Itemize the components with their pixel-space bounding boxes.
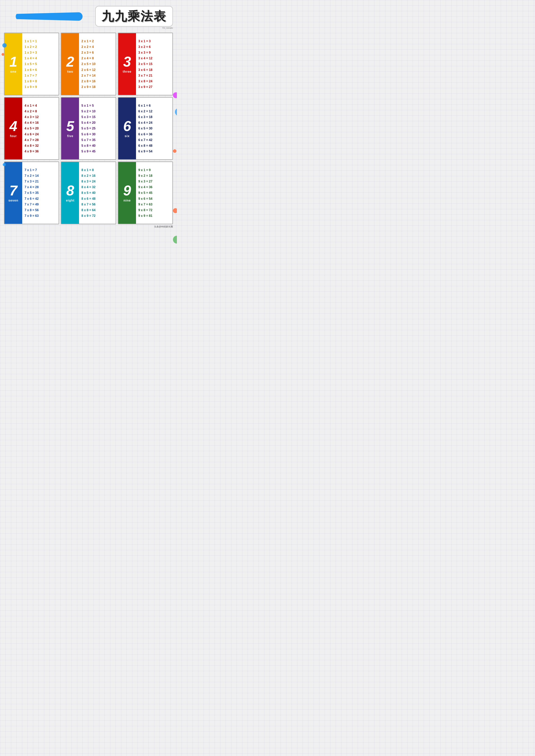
number-panel-4: 4four xyxy=(5,97,22,159)
equation-6-7: 6 x 7 = 42 xyxy=(138,137,170,143)
word-label-2: two xyxy=(67,70,73,73)
equation-3-8: 3 x 8 = 24 xyxy=(138,79,170,84)
equation-5-2: 5 x 2 = 10 xyxy=(81,109,113,114)
equation-1-3: 1 x 3 = 3 xyxy=(25,50,57,55)
equation-2-2: 2 x 2 = 4 xyxy=(81,44,113,49)
equation-3-6: 3 x 6 = 18 xyxy=(138,67,170,72)
equation-9-4: 9 x 4 = 36 xyxy=(138,184,170,190)
equation-5-4: 5 x 4 = 20 xyxy=(81,120,113,125)
equation-1-7: 1 x 7 = 7 xyxy=(25,73,57,78)
equation-3-3: 3 x 3 = 9 xyxy=(138,50,170,55)
equation-7-8: 7 x 8 = 56 xyxy=(25,207,57,213)
equation-2-5: 2 x 5 = 10 xyxy=(81,61,113,67)
equation-8-1: 8 x 1 = 8 xyxy=(81,167,113,173)
equations-panel-9: 9 x 1 = 99 x 2 = 189 x 3 = 279 x 4 = 369… xyxy=(136,162,172,224)
equation-4-5: 4 x 5 = 20 xyxy=(25,126,57,131)
equation-8-2: 8 x 2 = 16 xyxy=(81,173,113,178)
equation-7-1: 7 x 1 = 7 xyxy=(25,167,57,173)
equation-4-1: 4 x 1 = 4 xyxy=(25,103,57,108)
big-number-2: 2 xyxy=(66,55,74,69)
number-panel-8: 8eight xyxy=(61,162,79,224)
table-card-6: 6six6 x 1 = 66 x 2 = 126 x 3 = 186 x 4 =… xyxy=(118,97,173,160)
deco-circle-7 xyxy=(173,236,177,244)
equations-panel-1: 1 x 1 = 11 x 2 = 21 x 3 = 31 x 4 = 41 x … xyxy=(22,33,59,95)
equation-6-9: 6 x 9 = 54 xyxy=(138,149,170,154)
equation-8-7: 8 x 7 = 56 xyxy=(81,202,113,207)
multiplication-grid: 1one1 x 1 = 11 x 2 = 21 x 3 = 31 x 4 = 4… xyxy=(4,33,173,224)
big-number-7: 7 xyxy=(10,183,17,198)
equation-3-2: 3 x 2 = 6 xyxy=(138,44,170,49)
equation-6-3: 6 x 3 = 18 xyxy=(138,114,170,120)
equation-7-7: 7 x 7 = 49 xyxy=(25,202,57,207)
table-card-9: 9nine9 x 1 = 99 x 2 = 189 x 3 = 279 x 4 … xyxy=(118,161,173,224)
equation-6-1: 6 x 1 = 6 xyxy=(138,103,170,108)
number-panel-3: 3three xyxy=(118,33,136,95)
equation-6-8: 6 x 8 = 48 xyxy=(138,143,170,148)
word-label-3: three xyxy=(123,70,131,73)
number-panel-9: 9nine xyxy=(118,162,136,224)
header: 九九乘法表 Yin_tomato xyxy=(4,4,173,29)
number-panel-2: 2two xyxy=(61,33,79,95)
table-card-3: 3three3 x 1 = 33 x 2 = 63 x 3 = 93 x 4 =… xyxy=(118,33,173,95)
equation-2-7: 2 x 7 = 14 xyxy=(81,73,113,78)
number-panel-6: 6six xyxy=(118,97,136,159)
equation-1-5: 1 x 5 = 5 xyxy=(25,61,57,67)
equation-4-3: 4 x 3 = 12 xyxy=(25,114,57,120)
equation-8-9: 8 x 9 = 72 xyxy=(81,213,113,218)
deco-circle-4 xyxy=(173,149,177,153)
big-number-9: 9 xyxy=(123,183,131,198)
equation-3-7: 3 x 7 = 21 xyxy=(138,73,170,78)
equation-9-3: 9 x 3 = 27 xyxy=(138,179,170,184)
word-label-6: six xyxy=(125,134,129,138)
equations-panel-8: 8 x 1 = 88 x 2 = 168 x 3 = 248 x 4 = 328… xyxy=(79,162,115,224)
equation-7-9: 7 x 9 = 63 xyxy=(25,213,57,218)
equation-2-1: 2 x 1 = 2 xyxy=(81,39,113,44)
equation-4-9: 4 x 9 = 36 xyxy=(25,149,57,154)
equation-3-1: 3 x 1 = 3 xyxy=(138,39,170,44)
deco-circle-6 xyxy=(173,208,177,213)
equation-5-5: 5 x 5 = 25 xyxy=(81,126,113,131)
equation-3-9: 3 x 9 = 27 xyxy=(138,84,170,90)
equation-8-6: 8 x 6 = 48 xyxy=(81,196,113,201)
equation-6-5: 6 x 5 = 30 xyxy=(138,126,170,131)
equation-5-1: 5 x 1 = 5 xyxy=(81,103,113,108)
equation-7-3: 7 x 3 = 21 xyxy=(25,179,57,184)
equation-5-6: 5 x 6 = 30 xyxy=(81,132,113,137)
table-card-7: 7seven7 x 1 = 77 x 2 = 147 x 3 = 217 x 4… xyxy=(4,161,59,224)
blue-brush-decoration xyxy=(16,12,83,21)
equation-2-3: 2 x 3 = 6 xyxy=(81,50,113,55)
equation-2-6: 2 x 6 = 12 xyxy=(81,67,113,72)
equation-8-4: 8 x 4 = 32 xyxy=(81,184,113,190)
equation-4-8: 4 x 8 = 32 xyxy=(25,143,57,148)
word-label-9: nine xyxy=(124,199,131,202)
equation-1-1: 1 x 1 = 1 xyxy=(25,39,57,44)
equation-1-8: 1 x 8 = 8 xyxy=(25,79,57,84)
word-label-5: five xyxy=(67,134,73,138)
word-label-4: four xyxy=(10,134,17,138)
equation-9-7: 9 x 7 = 63 xyxy=(138,202,170,207)
equations-panel-2: 2 x 1 = 22 x 2 = 42 x 3 = 62 x 4 = 82 x … xyxy=(79,33,115,95)
equation-6-4: 6 x 4 = 24 xyxy=(138,120,170,125)
table-card-8: 8eight8 x 1 = 88 x 2 = 168 x 3 = 248 x 4… xyxy=(61,161,116,224)
equations-panel-7: 7 x 1 = 77 x 2 = 147 x 3 = 217 x 4 = 287… xyxy=(22,162,59,224)
equations-panel-5: 5 x 1 = 55 x 2 = 105 x 3 = 155 x 4 = 205… xyxy=(79,97,115,159)
equation-1-4: 1 x 4 = 4 xyxy=(25,56,57,61)
equation-4-7: 4 x 7 = 28 xyxy=(25,137,57,143)
equation-6-6: 6 x 6 = 36 xyxy=(138,132,170,137)
equation-5-9: 5 x 9 = 45 xyxy=(81,149,113,154)
word-label-1: one xyxy=(10,70,16,73)
table-card-5: 5five5 x 1 = 55 x 2 = 105 x 3 = 155 x 4 … xyxy=(61,97,116,160)
equation-9-1: 9 x 1 = 9 xyxy=(138,167,170,173)
equation-7-2: 7 x 2 = 14 xyxy=(25,173,57,178)
table-card-2: 2two2 x 1 = 22 x 2 = 42 x 3 = 62 x 4 = 8… xyxy=(61,33,116,95)
title-badge: 九九乘法表 xyxy=(95,6,173,27)
equation-5-8: 5 x 8 = 40 xyxy=(81,143,113,148)
table-card-1: 1one1 x 1 = 11 x 2 = 21 x 3 = 31 x 4 = 4… xyxy=(4,33,59,95)
equation-9-5: 9 x 5 = 45 xyxy=(138,190,170,196)
equation-9-8: 9 x 8 = 72 xyxy=(138,207,170,213)
deco-circle-2 xyxy=(173,92,177,98)
equation-7-5: 7 x 5 = 35 xyxy=(25,190,57,196)
equation-8-3: 8 x 3 = 24 xyxy=(81,179,113,184)
equation-8-8: 8 x 8 = 64 xyxy=(81,207,113,213)
equation-1-9: 1 x 9 = 9 xyxy=(25,84,57,90)
